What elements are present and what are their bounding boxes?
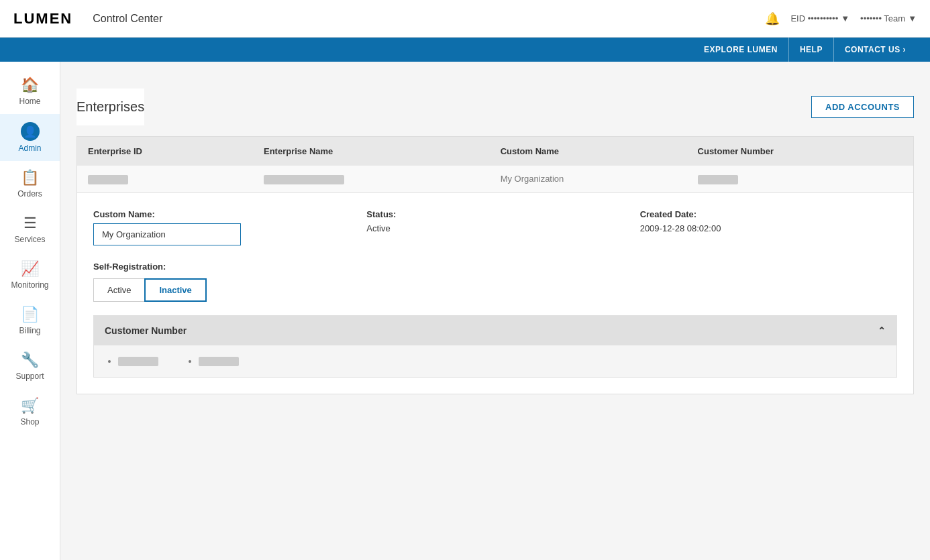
page-title: Enterprises [76, 89, 144, 125]
user-chevron-icon: ▼ [908, 13, 917, 23]
services-icon: ☰ [23, 215, 37, 232]
status-value: Active [366, 223, 623, 233]
user-dropdown[interactable]: ••••••• Team ▼ [860, 13, 917, 23]
custom-name-field: Custom Name: [93, 209, 350, 245]
list-item [199, 356, 239, 367]
table-row[interactable]: My Organization [77, 166, 913, 192]
header-right: 🔔 EID •••••••••• ▼ ••••••• Team ▼ [765, 11, 917, 26]
sidebar-item-home[interactable]: 🏠 Home [0, 68, 60, 114]
cell-custom-name: My Organization [490, 166, 687, 192]
sidebar: 🏠 Home 👤 Admin 📋 Orders ☰ Services 📈 Mon… [0, 62, 60, 560]
sidebar-label-support: Support [15, 372, 44, 381]
monitoring-icon: 📈 [21, 260, 39, 278]
detail-grid: Custom Name: Status: Active Created Date… [93, 209, 897, 245]
notification-bell-icon[interactable]: 🔔 [765, 11, 780, 26]
created-date-label: Created Date: [640, 209, 897, 219]
col-custom-name: Custom Name [490, 137, 687, 166]
sidebar-label-shop: Shop [20, 417, 39, 427]
created-date-value: 2009-12-28 08:02:00 [640, 223, 897, 233]
sidebar-item-monitoring[interactable]: 📈 Monitoring [0, 252, 60, 298]
custom-name-label: Custom Name: [93, 209, 350, 219]
sidebar-label-admin: Admin [18, 144, 41, 153]
main-content: Enterprises ADD ACCOUNTS Enterprise ID E… [60, 62, 930, 560]
cell-enterprise-id [77, 166, 253, 192]
status-field: Status: Active [366, 209, 623, 245]
cell-customer-number [687, 166, 913, 192]
self-reg-active-button[interactable]: Active [93, 278, 144, 302]
sidebar-label-monitoring: Monitoring [11, 280, 48, 290]
page-header-row: Enterprises ADD ACCOUNTS [76, 78, 914, 136]
blue-nav-bar: EXPLORE LUMEN HELP CONTACT US › [0, 38, 930, 62]
user-label: ••••••• Team [860, 13, 905, 23]
main-layout: 🏠 Home 👤 Admin 📋 Orders ☰ Services 📈 Mon… [0, 62, 930, 560]
self-reg-label: Self-Registration: [93, 262, 897, 272]
top-header: LUMEN Control Center 🔔 EID •••••••••• ▼ … [0, 0, 930, 38]
col-enterprise-id: Enterprise ID [77, 137, 253, 166]
sidebar-label-billing: Billing [19, 326, 40, 335]
table-header-row: Enterprise ID Enterprise Name Custom Nam… [77, 137, 913, 166]
orders-icon: 📋 [21, 169, 39, 186]
sidebar-item-services[interactable]: ☰ Services [0, 207, 60, 252]
customer-number-list [105, 356, 886, 367]
eid-dropdown[interactable]: EID •••••••••• ▼ [790, 13, 849, 23]
sidebar-item-admin[interactable]: 👤 Admin [0, 114, 60, 161]
list-item [118, 356, 158, 367]
lumen-logo: LUMEN [13, 10, 72, 27]
sidebar-item-billing[interactable]: 📄 Billing [0, 298, 60, 343]
shop-icon: 🛒 [21, 397, 39, 414]
custom-name-input[interactable] [93, 223, 241, 245]
enterprises-container: Enterprise ID Enterprise Name Custom Nam… [76, 136, 914, 394]
self-registration-section: Self-Registration: Active Inactive [93, 262, 897, 302]
customer-number-header[interactable]: Customer Number ⌃ [94, 316, 896, 345]
customer-number-section: Customer Number ⌃ [93, 315, 897, 378]
customer-number-title: Customer Number [105, 325, 187, 336]
sidebar-label-services: Services [14, 235, 45, 244]
sidebar-item-orders[interactable]: 📋 Orders [0, 161, 60, 207]
home-icon: 🏠 [21, 76, 39, 94]
sidebar-label-orders: Orders [17, 189, 42, 199]
contact-us-link[interactable]: CONTACT US › [834, 38, 917, 62]
col-customer-number: Customer Number [687, 137, 913, 166]
detail-panel: Custom Name: Status: Active Created Date… [77, 192, 913, 394]
app-title: Control Center [93, 13, 162, 25]
self-reg-inactive-button[interactable]: Inactive [144, 278, 206, 302]
col-enterprise-name: Enterprise Name [253, 137, 490, 166]
chevron-up-icon: ⌃ [878, 325, 886, 336]
explore-lumen-link[interactable]: EXPLORE LUMEN [693, 38, 789, 62]
add-accounts-button[interactable]: ADD ACCOUNTS [811, 96, 914, 118]
sidebar-label-home: Home [19, 97, 40, 106]
enterprise-table: Enterprise ID Enterprise Name Custom Nam… [77, 137, 913, 192]
billing-icon: 📄 [21, 306, 39, 323]
admin-icon: 👤 [21, 122, 40, 141]
created-date-field: Created Date: 2009-12-28 08:02:00 [640, 209, 897, 245]
customer-number-body [94, 345, 896, 378]
status-label: Status: [366, 209, 623, 219]
cell-enterprise-name [253, 166, 490, 192]
sidebar-item-shop[interactable]: 🛒 Shop [0, 389, 60, 435]
help-link[interactable]: HELP [789, 38, 834, 62]
eid-label: EID •••••••••• [790, 13, 838, 23]
support-icon: 🔧 [21, 351, 39, 369]
self-reg-toggle-group: Active Inactive [93, 278, 897, 302]
sidebar-item-support[interactable]: 🔧 Support [0, 343, 60, 389]
logo-area: LUMEN Control Center [13, 10, 162, 27]
eid-chevron-icon: ▼ [841, 13, 849, 23]
